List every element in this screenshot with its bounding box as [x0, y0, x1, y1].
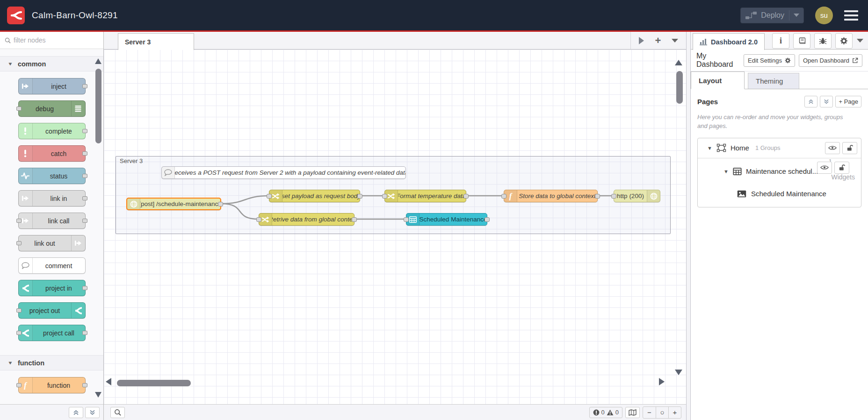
tree-widget-scheduled-maintenance[interactable]: Scheduled Maintenance [698, 185, 861, 203]
palette-node-inject[interactable]: inject [18, 78, 86, 94]
nr-icon [71, 303, 85, 318]
plus-icon: + [655, 36, 661, 46]
palette-node-project-call[interactable]: project call [18, 325, 86, 341]
flow-list-button[interactable] [666, 32, 683, 49]
zoom-out-button[interactable]: − [643, 407, 656, 418]
edit-settings-button[interactable]: Edit Settings [744, 54, 795, 67]
output-port [82, 151, 87, 156]
output-port[interactable] [485, 217, 490, 222]
flow-node-format[interactable]: Format temperature data. [384, 190, 466, 202]
tab-layout[interactable]: Layout [691, 71, 745, 89]
tree-group-maintenance[interactable]: ▼ Maintenance schedul... 1 Widgets [698, 158, 861, 185]
palette-node-status[interactable]: status [18, 168, 86, 184]
output-port[interactable] [352, 217, 357, 222]
add-page-button[interactable]: + Page [835, 96, 861, 107]
info-button[interactable]: i [772, 33, 789, 49]
zoom-reset-button[interactable]: ○ [656, 407, 668, 418]
flow-node-table[interactable]: Scheduled Maintenance [406, 213, 487, 226]
flow-node-set[interactable]: set payload as request body [269, 190, 360, 202]
flow-tab-server-3[interactable]: Server 3 [118, 33, 194, 50]
workspace: Server 3 + Server 3 Receives a POST requ… [104, 32, 686, 420]
palette-node-catch[interactable]: catch [18, 145, 86, 162]
sidebar-resize-handle[interactable] [686, 32, 691, 420]
palette-scroll-up-icon[interactable] [95, 58, 101, 64]
canvas-scroll-left-icon[interactable] [106, 378, 111, 385]
palette-node-function[interactable]: ffunction [18, 377, 86, 393]
palette-expand-all-button[interactable] [85, 407, 100, 418]
sidebar-menu-caret-icon[interactable] [857, 39, 863, 43]
flow-node-retrieve[interactable]: Retrive data from global context [259, 213, 354, 226]
palette-node-comment[interactable]: comment [18, 257, 86, 274]
palette-search[interactable] [0, 32, 103, 49]
palette-node-complete[interactable]: complete [18, 123, 86, 139]
palette-node-link-out[interactable]: link out [18, 235, 86, 251]
palette-node-link-in[interactable]: link in [18, 190, 86, 206]
tab-scroll-right-button[interactable] [633, 32, 650, 49]
bubble-icon [162, 167, 175, 178]
sidebar-tabbar: Dashboard 2.0 i [691, 32, 868, 50]
palette-node-link-call[interactable]: link call [18, 213, 86, 229]
zoom-in-button[interactable]: + [668, 407, 681, 418]
canvas-scroll-down-icon[interactable] [675, 370, 682, 375]
page-lock-button[interactable] [842, 142, 857, 154]
output-port[interactable] [357, 194, 362, 199]
flow-node-comment1[interactable]: Receives a POST request from Server 2 wi… [161, 166, 406, 179]
chevron-down-icon: ▼ [7, 61, 13, 66]
output-port[interactable] [595, 194, 600, 199]
collapse-all-pages-button[interactable] [804, 96, 817, 107]
bug-icon [819, 37, 827, 45]
help-button[interactable] [793, 33, 810, 49]
user-avatar[interactable]: su [815, 7, 833, 24]
canvas-vscrollbar-thumb[interactable] [676, 71, 683, 104]
sidebar-tab-dashboard[interactable]: Dashboard 2.0 [693, 33, 765, 50]
canvas-search-button[interactable] [110, 407, 125, 418]
canvas-scroll-right-icon[interactable] [659, 378, 665, 385]
palette-node-debug[interactable]: debug [18, 100, 86, 117]
output-port[interactable] [218, 202, 223, 206]
palette-collapse-all-button[interactable] [69, 407, 83, 418]
chevron-down-icon[interactable]: ▼ [723, 169, 729, 174]
output-port[interactable] [463, 194, 469, 199]
notification-counts[interactable]: 0 0 [589, 407, 622, 418]
palette-node-project-in[interactable]: project in [18, 280, 86, 296]
group-visibility-button[interactable] [817, 162, 832, 174]
flow-node-store[interactable]: fStore data to global context [504, 190, 598, 202]
palette-category-function[interactable]: ▼function [0, 355, 103, 370]
input-port[interactable] [382, 194, 387, 199]
chevron-down-icon[interactable]: ▼ [707, 145, 712, 151]
input-port[interactable] [267, 194, 272, 199]
palette-node-project-out[interactable]: project out [18, 302, 86, 319]
input-port[interactable] [256, 217, 261, 222]
settings-button[interactable] [835, 33, 853, 49]
palette-scrollbar-thumb[interactable] [95, 69, 101, 143]
dashboard-name: My Dashboard [696, 52, 734, 69]
palette-filter-input[interactable] [14, 36, 88, 44]
tab-theming[interactable]: Theming [748, 73, 799, 89]
input-port [16, 219, 22, 223]
canvas-scroll-up-icon[interactable] [675, 60, 682, 65]
page-visibility-button[interactable] [825, 142, 840, 154]
palette-scroll-down-icon[interactable] [95, 392, 101, 398]
minimap-toggle-button[interactable] [625, 407, 640, 418]
input-port[interactable] [404, 217, 409, 222]
deploy-options-caret-icon[interactable] [794, 14, 799, 17]
input-port[interactable] [501, 194, 506, 199]
expand-all-pages-button[interactable] [820, 96, 833, 107]
sidebar-tab-label: Dashboard 2.0 [711, 38, 758, 46]
canvas-hscrollbar-thumb[interactable] [117, 380, 191, 386]
deploy-icon [745, 11, 757, 20]
open-dashboard-button[interactable]: Open Dashboard [799, 54, 862, 67]
group-widget-count-label: Widgets [831, 173, 855, 181]
deploy-button[interactable]: Deploy [740, 7, 804, 23]
main-menu-button[interactable] [844, 10, 858, 21]
palette-category-common[interactable]: ▼common [0, 56, 103, 71]
flow-canvas[interactable]: Server 3 Receives a POST request from Se… [104, 50, 686, 404]
debug-button[interactable] [814, 33, 832, 49]
flow-node-httpin[interactable]: [post] /schedule-maintenance [126, 198, 221, 210]
input-port[interactable] [611, 194, 616, 199]
tree-page-home[interactable]: ▼ Home 1 Groups [698, 138, 861, 158]
flow-node-http200[interactable]: http (200) [614, 190, 660, 202]
add-flow-button[interactable]: + [650, 32, 666, 49]
group-lock-button[interactable] [834, 162, 849, 174]
output-port [82, 331, 87, 335]
